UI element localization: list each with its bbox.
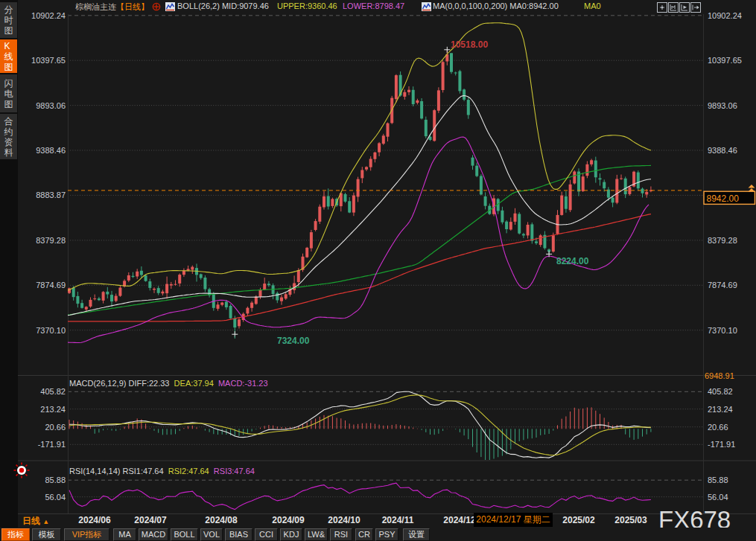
svg-text:405.82: 405.82 <box>708 387 733 396</box>
svg-text:8379.28: 8379.28 <box>708 236 737 245</box>
svg-text:56.04: 56.04 <box>708 493 728 502</box>
svg-text:20.66: 20.66 <box>45 423 66 432</box>
svg-text:-171.91: -171.91 <box>708 440 735 449</box>
svg-text:10518.00: 10518.00 <box>451 39 488 50</box>
svg-text:10397.65: 10397.65 <box>708 56 742 65</box>
svg-text:9893.06: 9893.06 <box>36 101 66 110</box>
svg-text:9893.06: 9893.06 <box>708 101 737 110</box>
svg-text:20.66: 20.66 <box>708 423 728 432</box>
svg-text:7874.69: 7874.69 <box>708 281 737 289</box>
svg-text:7324.00: 7324.00 <box>277 336 310 346</box>
svg-text:-171.91: -171.91 <box>38 440 66 449</box>
svg-text:6948.91: 6948.91 <box>705 371 734 380</box>
svg-text:8942.00: 8942.00 <box>707 193 740 204</box>
svg-text:85.88: 85.88 <box>45 476 66 484</box>
svg-text:9388.46: 9388.46 <box>708 146 737 155</box>
svg-text:405.82: 405.82 <box>40 387 66 396</box>
svg-text:85.88: 85.88 <box>708 476 728 484</box>
svg-text:7874.69: 7874.69 <box>36 281 66 289</box>
svg-text:8883.87: 8883.87 <box>36 191 66 199</box>
svg-text:213.24: 213.24 <box>708 405 733 414</box>
svg-text:7370.10: 7370.10 <box>708 326 737 335</box>
svg-text:56.04: 56.04 <box>45 493 66 502</box>
svg-text:8379.28: 8379.28 <box>36 236 66 245</box>
svg-text:213.24: 213.24 <box>40 405 66 414</box>
svg-text:8224.00: 8224.00 <box>556 256 589 266</box>
svg-text:9388.46: 9388.46 <box>36 146 66 155</box>
svg-text:7370.10: 7370.10 <box>36 326 66 335</box>
svg-text:10397.65: 10397.65 <box>31 56 66 65</box>
